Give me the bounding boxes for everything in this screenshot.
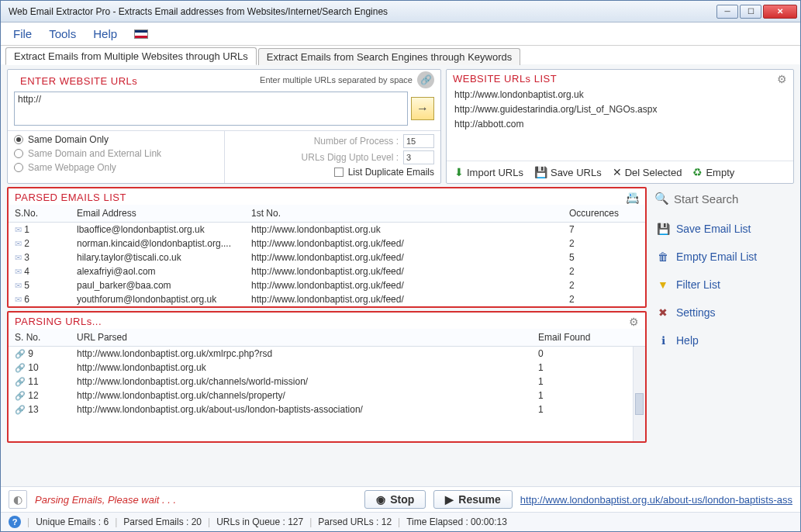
spinner-icon: ◐	[9, 490, 27, 509]
list-item[interactable]: http://www.londonbaptist.org.uk	[454, 88, 785, 102]
titlebar: Web Email Extractor Pro - Extracts Email…	[1, 1, 800, 22]
filter-list-button[interactable]: ▼Filter List	[654, 274, 791, 295]
menu-file[interactable]: File	[13, 27, 32, 40]
save-icon: 💾	[534, 166, 547, 178]
left-column: PARSED EMAILS LIST📇 S.No. Email Address …	[7, 187, 647, 482]
window-title: Web Email Extractor Pro - Extracts Email…	[9, 6, 716, 17]
gear-icon[interactable]: ⚙	[777, 73, 788, 85]
mid-row: PARSED EMAILS LIST📇 S.No. Email Address …	[7, 187, 794, 482]
table-row[interactable]: ✉ 1lbaoffice@londonbaptist.org.ukhttp://…	[9, 223, 645, 237]
table-row[interactable]: 🔗 9http://www.londonbaptist.org.uk/xmlrp…	[9, 347, 645, 361]
current-url-link[interactable]: http://www.londonbaptist.org.uk/about-us…	[520, 494, 792, 506]
import-urls-button[interactable]: ⬇Import URLs	[454, 166, 523, 178]
num-process-input[interactable]	[403, 134, 434, 148]
empty-icon: ♻	[692, 166, 703, 178]
col-email-found[interactable]: Email Found	[538, 332, 639, 343]
urls-list-panel: WEBSITE URLs LIST⚙ http://www.londonbapt…	[446, 69, 794, 184]
tab-extract-keywords[interactable]: Extract Emails from Search Engines throu…	[258, 48, 520, 65]
save-icon: 💾	[656, 223, 670, 235]
table-row[interactable]: 🔗 11http://www.londonbaptist.org.uk/chan…	[9, 375, 645, 389]
radio-icon	[14, 163, 23, 172]
col-occurences[interactable]: Occurences	[569, 208, 639, 219]
top-row: ENTER WEBSITE URLs Enter multiple URLs s…	[7, 69, 794, 184]
link-icon: 🔗	[15, 377, 26, 386]
url-input[interactable]	[14, 92, 408, 126]
minimize-button[interactable]: ─	[716, 5, 738, 19]
delete-icon: ✕	[613, 166, 622, 178]
table-row[interactable]: 🔗 10http://www.londonbaptist.org.uk1	[9, 361, 645, 375]
opt-same-webpage[interactable]: Same Webpage Only	[14, 162, 218, 173]
mail-icon: ✉	[15, 239, 22, 248]
flag-icon[interactable]	[134, 29, 148, 39]
del-selected-button[interactable]: ✕Del Selected	[613, 166, 682, 178]
empty-button[interactable]: ♻Empty	[692, 166, 734, 178]
side-panel: 🔍Start Search 💾Save Email List 🗑Empty Em…	[651, 187, 794, 482]
col-url[interactable]: 1st No.	[251, 208, 569, 219]
close-button[interactable]: ✕	[763, 5, 797, 19]
opt-same-external[interactable]: Same Domain and External Link	[14, 148, 218, 159]
import-icon: ⬇	[454, 166, 464, 178]
table-row[interactable]: ✉ 3hilary.taylor@tiscali.co.ukhttp://www…	[9, 250, 645, 264]
table-row[interactable]: ✉ 2norman.kincaid@londonbaptist.org....h…	[9, 237, 645, 250]
stop-button[interactable]: ◉Stop	[364, 490, 426, 509]
link-icon: 🔗	[15, 363, 26, 372]
digg-level-label: URLs Digg Upto Level :	[302, 152, 399, 163]
table-row[interactable]: 🔗 13http://www.londonbaptist.org.uk/abou…	[9, 402, 645, 416]
submit-url-button[interactable]: →	[411, 97, 434, 120]
scrollbar[interactable]	[633, 347, 645, 441]
start-search-button[interactable]: 🔍Start Search	[654, 192, 791, 212]
settings-icon: ✖	[656, 306, 670, 319]
table-row[interactable]: ✉ 6youthforum@londonbaptist.org.ukhttp:/…	[9, 292, 645, 306]
stop-icon: ◉	[376, 493, 385, 506]
settings-button[interactable]: ✖Settings	[654, 302, 791, 323]
empty-email-list-button[interactable]: 🗑Empty Email List	[654, 246, 791, 268]
list-item[interactable]: http://abbott.com	[454, 117, 785, 132]
menu-help[interactable]: Help	[93, 27, 117, 40]
filter-icon: ▼	[656, 278, 670, 291]
help-button[interactable]: ℹHelp	[654, 330, 791, 351]
empty-icon: 🗑	[656, 250, 670, 263]
play-icon: ▶	[445, 493, 454, 506]
urls-list-title: WEBSITE URLs LIST	[453, 73, 557, 85]
col-email[interactable]: Email Address	[77, 208, 251, 219]
mail-icon: ✉	[15, 225, 22, 234]
duplicate-label: List Duplicate Emails	[348, 167, 434, 178]
link-icon: 🔗	[15, 405, 26, 414]
urls-list-tools: ⬇Import URLs 💾Save URLs ✕Del Selected ♻E…	[447, 161, 793, 183]
opt-same-domain[interactable]: Same Domain Only	[14, 134, 218, 145]
urls-list-body: http://www.londonbaptist.org.uk http://w…	[447, 86, 793, 161]
status-parsed-emails: Parsed Emails : 20	[123, 516, 202, 527]
mail-icon: ✉	[15, 253, 22, 262]
save-urls-button[interactable]: 💾Save URLs	[534, 166, 602, 178]
search-icon: 🔍	[654, 192, 669, 206]
col-sn[interactable]: S. No.	[15, 332, 77, 343]
list-item[interactable]: http://www.guidestarindia.org/List_of_NG…	[454, 102, 785, 117]
parsing-urls-panel: PARSING URLs...⚙ S. No. URL Parsed Email…	[7, 311, 647, 443]
parsing-urls-title: PARSING URLs...	[15, 316, 102, 327]
scrollbar-thumb[interactable]	[635, 393, 644, 415]
col-url[interactable]: URL Parsed	[77, 332, 538, 343]
parsed-emails-panel: PARSED EMAILS LIST📇 S.No. Email Address …	[7, 187, 647, 308]
status-unique: Unique Emails : 6	[36, 516, 109, 527]
col-sn[interactable]: S.No.	[15, 208, 77, 219]
status-parsed-urls: Parsed URLs : 12	[318, 516, 392, 527]
resume-button[interactable]: ▶Resume	[433, 490, 512, 509]
gear-icon[interactable]: 📇	[626, 192, 640, 204]
radio-icon	[14, 149, 23, 158]
tabstrip: Extract Emails from Multiple Websites th…	[1, 46, 800, 64]
duplicate-checkbox[interactable]	[334, 168, 344, 177]
table-row[interactable]: ✉ 4alexafriyi@aol.comhttp://www.londonba…	[9, 264, 645, 278]
link-icon: 🔗	[15, 391, 26, 400]
tab-extract-urls[interactable]: Extract Emails from Multiple Websites th…	[5, 47, 257, 65]
maximize-button[interactable]: ☐	[740, 5, 761, 19]
bottom-bar: ◐ Parsing Emails, Please wait . . . ◉Sto…	[1, 486, 800, 512]
table-row[interactable]: 🔗 12http://www.londonbaptist.org.uk/chan…	[9, 389, 645, 402]
digg-level-input[interactable]	[403, 150, 434, 164]
menu-tools[interactable]: Tools	[49, 27, 76, 40]
status-queue: URLs in Queue : 127	[216, 516, 303, 527]
gear-icon[interactable]: ⚙	[629, 316, 640, 328]
save-email-list-button[interactable]: 💾Save Email List	[654, 218, 791, 240]
link-icon[interactable]: 🔗	[417, 71, 434, 88]
info-icon[interactable]: ?	[9, 516, 21, 528]
table-row[interactable]: ✉ 5paul_barker@baa.comhttp://www.londonb…	[9, 278, 645, 292]
